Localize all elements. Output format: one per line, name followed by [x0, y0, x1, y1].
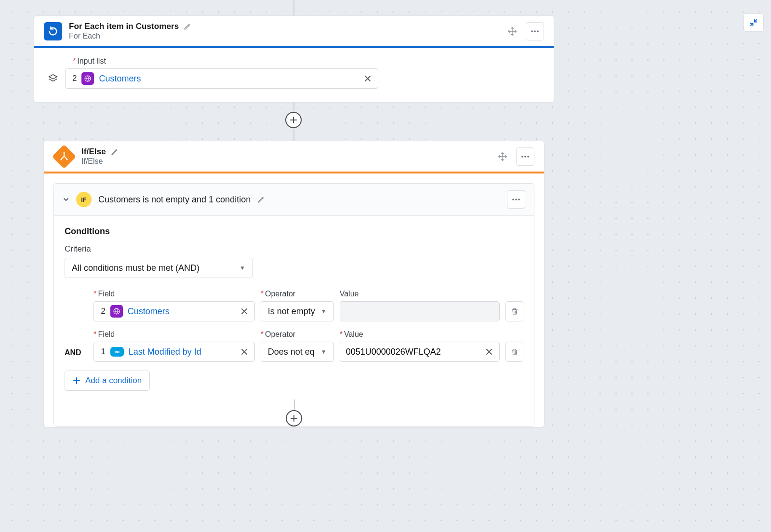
- salesforce-chip-icon: sfdc: [110, 347, 124, 357]
- condition-value-clear[interactable]: [484, 346, 494, 357]
- chevron-down-icon: [63, 196, 69, 203]
- add-step-button-branch[interactable]: [286, 410, 302, 426]
- condition-operator-value: Is not empty: [268, 306, 315, 317]
- foreach-drag-handle[interactable]: [507, 27, 519, 36]
- add-step-button-1[interactable]: [285, 112, 302, 128]
- svg-point-12: [518, 199, 520, 200]
- ifelse-title: If/Else: [81, 147, 106, 157]
- input-list-step-number: 2: [72, 74, 77, 83]
- branch-collapse-toggle[interactable]: [63, 196, 69, 203]
- condition-field-clear[interactable]: [239, 346, 250, 357]
- flow-canvas: For Each item in Customers For Each: [0, 0, 771, 532]
- branch-footer: [54, 399, 534, 426]
- input-list-label: Input list: [77, 57, 106, 66]
- layers-icon: [48, 73, 58, 84]
- close-icon: [364, 75, 371, 82]
- add-condition-button[interactable]: Add a condition: [65, 371, 150, 391]
- field-label: Field: [98, 330, 115, 339]
- condition-field-input[interactable]: 1 sfdc Last Modified by Id: [93, 342, 254, 362]
- branch-summary: Customers is not empty and 1 condition: [98, 195, 251, 205]
- branch-body: Conditions Criteria All conditions must …: [54, 216, 534, 399]
- conditions-grid: *Field 2 Customers: [65, 290, 523, 362]
- plus-icon: [290, 116, 297, 124]
- more-icon: [531, 30, 539, 33]
- if-branch: IF Customers is not empty and 1 conditio…: [53, 183, 534, 427]
- required-marker: *: [93, 330, 96, 339]
- branch-rename-button[interactable]: [257, 196, 265, 203]
- input-list-clear-button[interactable]: [362, 73, 373, 84]
- condition-value-text[interactable]: [345, 346, 479, 358]
- condition-field-step: 2: [101, 306, 105, 316]
- chevron-down-icon: ▼: [321, 308, 327, 315]
- ifelse-step-icon: [52, 144, 77, 169]
- ifelse-more-button[interactable]: [516, 147, 534, 166]
- svg-point-9: [527, 156, 529, 158]
- condition-value-input[interactable]: [340, 342, 500, 362]
- ifelse-drag-handle[interactable]: [498, 152, 509, 161]
- loop-icon: [48, 26, 58, 37]
- condition-field-input[interactable]: 2 Customers: [93, 301, 254, 321]
- foreach-step-icon: [44, 22, 62, 40]
- svg-point-2: [537, 30, 539, 32]
- collapse-canvas-button[interactable]: [744, 13, 764, 32]
- value-label: Value: [340, 290, 359, 298]
- plus-icon: [290, 414, 298, 422]
- ifelse-rename-button[interactable]: [111, 148, 119, 156]
- condition-row: AND *Field 1 sfdc Last Modified by Id: [65, 330, 523, 362]
- ifelse-title-column: If/Else If/Else: [81, 147, 119, 166]
- foreach-more-button[interactable]: [526, 22, 544, 40]
- required-marker: *: [340, 330, 343, 339]
- operator-label: Operator: [265, 330, 295, 339]
- criteria-select[interactable]: All conditions must be met (AND) ▼: [65, 258, 253, 278]
- operator-label: Operator: [265, 290, 295, 298]
- if-badge: IF: [76, 192, 92, 207]
- condition-join: AND: [65, 348, 88, 362]
- trash-icon: [511, 307, 518, 316]
- plus-icon: [73, 377, 80, 385]
- ifelse-header: If/Else If/Else: [44, 141, 544, 172]
- foreach-title: For Each item in Customers: [69, 22, 179, 31]
- svg-point-0: [531, 30, 533, 32]
- condition-value-input-disabled: [340, 301, 500, 321]
- condition-field-value: Customers: [128, 306, 170, 317]
- close-icon: [241, 348, 248, 355]
- required-marker: *: [261, 290, 264, 298]
- ifelse-step-card: If/Else If/Else: [43, 141, 545, 427]
- condition-field-clear[interactable]: [239, 306, 250, 317]
- close-icon: [241, 308, 248, 315]
- branch-icon: [59, 152, 69, 161]
- field-label: Field: [98, 290, 115, 298]
- condition-operator-value: Does not equ: [268, 347, 315, 357]
- trash-icon: [511, 347, 518, 356]
- pencil-icon: [111, 148, 119, 156]
- foreach-rename-button[interactable]: [184, 23, 191, 30]
- condition-delete-button[interactable]: [505, 301, 523, 321]
- condition-row: *Field 2 Customers: [65, 290, 523, 321]
- chevron-down-icon: ▼: [321, 348, 327, 355]
- criteria-value: All conditions must be met (AND): [72, 263, 199, 273]
- condition-delete-button[interactable]: [505, 342, 523, 362]
- foreach-step-card: For Each item in Customers For Each: [34, 15, 554, 103]
- required-marker: *: [261, 330, 264, 339]
- condition-field-value: Last Modified by Id: [129, 347, 201, 357]
- condition-operator-select[interactable]: Does not equ ▼: [261, 342, 334, 362]
- svg-point-4: [63, 152, 65, 153]
- condition-operator-select[interactable]: Is not empty ▼: [261, 301, 334, 321]
- branch-more-button[interactable]: [507, 190, 525, 209]
- collapse-icon: [749, 18, 758, 27]
- criteria-label: Criteria: [65, 244, 523, 254]
- move-icon: [498, 152, 507, 161]
- add-condition-label: Add a condition: [85, 376, 142, 386]
- close-icon: [486, 348, 492, 355]
- foreach-subtitle: For Each: [69, 32, 191, 40]
- more-icon: [512, 198, 520, 201]
- move-icon: [507, 27, 517, 36]
- input-list-field[interactable]: 2 Customers: [65, 68, 378, 89]
- svg-point-11: [515, 199, 517, 200]
- pencil-icon: [257, 196, 265, 203]
- if-branch-header: IF Customers is not empty and 1 conditio…: [54, 184, 534, 216]
- ifelse-subtitle: If/Else: [81, 157, 119, 166]
- svg-point-7: [521, 156, 523, 158]
- grid-chip-icon: [81, 72, 94, 85]
- input-list-value: Customers: [99, 74, 141, 84]
